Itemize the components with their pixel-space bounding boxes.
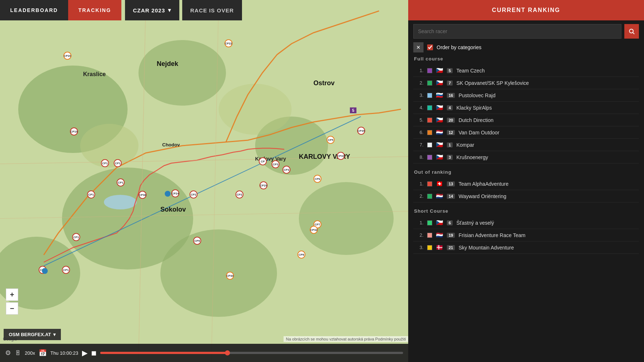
rank-flag: 🇨🇿 <box>436 141 443 148</box>
rank-bib: 5 <box>447 68 453 73</box>
cp-marker-cp9[interactable]: CP9 <box>193 237 201 245</box>
cp-marker-cp3b[interactable]: CP3 <box>282 166 290 174</box>
cp-marker-cp8[interactable]: CP8 <box>297 251 305 259</box>
rank-item[interactable]: 2. 🇳🇱 14 Wayward Oriëntering <box>413 190 639 202</box>
rank-number: 3. <box>415 245 424 250</box>
rank-color-box <box>427 93 432 98</box>
rank-number: 1. <box>415 220 424 225</box>
blue-dot-marker[interactable] <box>165 191 171 197</box>
rank-color-box <box>427 118 432 123</box>
chevron-down-icon-osm: ▾ <box>53 332 56 337</box>
cp-marker-cp6[interactable]: CP6 <box>313 175 321 183</box>
cp-marker-cp24[interactable]: CP24 <box>171 189 179 197</box>
cp-marker-cp3[interactable]: CP3 <box>272 160 280 168</box>
rank-item[interactable]: 6. 🇳🇱 12 Van Dam Outdoor <box>413 126 639 139</box>
cp-marker-cp3c[interactable]: CP33 <box>337 152 345 160</box>
full-course-title: Full course <box>413 56 639 62</box>
play-button[interactable]: ▶ <box>82 349 87 357</box>
rank-item[interactable]: 5. 🇨🇿 20 Dutch Direction <box>413 114 639 126</box>
zoom-out-button[interactable]: − <box>6 302 18 315</box>
rank-name: Sky Mountain Adventure <box>458 245 514 251</box>
leaderboard-button[interactable]: LEADERBOARD <box>0 0 68 20</box>
race-status-button[interactable]: RACE IS OVER <box>182 0 242 20</box>
blue-dot-marker2[interactable] <box>42 268 48 274</box>
cp-marker-cp2c[interactable]: CP2 <box>235 190 243 198</box>
cp-marker-cp29[interactable]: CP29 <box>259 181 268 189</box>
cp-marker-cp1b[interactable]: CP1 <box>114 159 122 167</box>
cp-marker-cp1a[interactable]: CP1 <box>101 159 109 167</box>
rank-color-box <box>427 181 432 186</box>
map-container[interactable]: LEADERBOARD TRACKING CZAR 2023 ▾ RACE IS… <box>0 0 408 362</box>
cp-marker-cp19[interactable]: CP19 <box>70 127 78 135</box>
rank-name: Klacky SpirAlps <box>456 105 492 111</box>
rank-name: Kompar <box>456 142 474 148</box>
order-by-categories-checkbox[interactable] <box>427 44 433 50</box>
full-course-items: 1. 🇨🇿 5 Team Czech 2. 🇨🇿 7 SK Opavanet/S… <box>413 64 639 164</box>
osm-provider-button[interactable]: OSM BERGFEX.AT ▾ <box>4 329 61 340</box>
search-input[interactable] <box>413 24 621 39</box>
rank-color-box <box>427 105 432 110</box>
rank-name: SK Opavanet/SK SP Kylešovice <box>456 80 529 86</box>
cp-marker-cp1d[interactable]: CP1 <box>87 190 95 198</box>
rank-number: 2. <box>415 232 424 238</box>
filter-close-button[interactable]: ✕ <box>413 42 424 52</box>
cp-marker-cp20[interactable]: CP20 <box>63 52 71 60</box>
progress-bar[interactable] <box>100 352 403 354</box>
cp-marker-cp35[interactable]: CP35 <box>357 127 365 135</box>
rank-number: 5. <box>415 117 424 123</box>
rank-item[interactable]: 8. 🇨🇿 3 Krušnoenergy <box>413 151 639 164</box>
rank-name: Van Dam Outdoor <box>458 130 499 135</box>
cp-marker-cp1e[interactable]: CP1 <box>72 233 80 241</box>
rank-number: 1. <box>415 68 424 73</box>
cp-marker-cp1c[interactable]: CP1 <box>117 178 125 186</box>
rank-item[interactable]: 2. 🇨🇿 7 SK Opavanet/SK SP Kylešovice <box>413 77 639 89</box>
rank-item[interactable]: 2. 🇳🇱 19 Frisian Adventure Race Team <box>413 229 639 241</box>
rank-flag: 🇳🇱 <box>436 129 443 136</box>
rank-number: 4. <box>415 105 424 110</box>
filter-icon[interactable]: 🎚 <box>15 349 21 357</box>
cp-marker-cp5[interactable]: CP5 <box>327 136 335 144</box>
cp-marker-cp32[interactable]: CP32 <box>310 226 318 234</box>
rank-item[interactable]: 1. 🇨🇿 6 Šťastný a veselý <box>413 217 639 229</box>
rank-item[interactable]: 3. 🇩🇰 21 Sky Mountain Adventure <box>413 241 639 254</box>
czar-label: CZAR 2023 <box>133 7 165 13</box>
stop-button[interactable]: ◼ <box>91 349 97 357</box>
playback-speed[interactable]: 200x <box>25 350 35 356</box>
zoom-controls: + − <box>6 288 18 315</box>
cp-marker-cp2[interactable]: CP <box>259 157 267 165</box>
out-of-ranking-section: Out of ranking 1. 🇨🇭 13 Team AlphaAdvent… <box>413 169 639 202</box>
settings-icon[interactable]: ⚙ <box>5 349 11 357</box>
cp-marker-cp38[interactable]: CP38 <box>138 191 147 199</box>
rank-bib: 12 <box>447 130 455 135</box>
cp-marker-cp22[interactable]: CP22 <box>225 39 233 47</box>
cp-marker-cp30[interactable]: CP30 <box>226 272 234 280</box>
progress-fill <box>100 352 227 354</box>
rank-item[interactable]: 7. 🇨🇿 1 Kompar <box>413 139 639 151</box>
rank-name: Frisian Adventure Race Team <box>458 232 525 238</box>
rank-name: Team AlphaAdventure <box>458 181 508 187</box>
rank-color-box <box>427 245 432 250</box>
rank-item[interactable]: 1. 🇨🇿 5 Team Czech <box>413 64 639 77</box>
svg-point-16 <box>629 29 633 33</box>
rank-item[interactable]: 4. 🇨🇿 4 Klacky SpirAlps <box>413 102 639 114</box>
zoom-in-button[interactable]: + <box>6 288 18 301</box>
rank-item[interactable]: 1. 🇨🇭 13 Team AlphaAdventure <box>413 178 639 190</box>
osm-label: OSM BERGFEX.AT <box>9 332 51 337</box>
rank-flag: 🇳🇱 <box>436 193 443 200</box>
cp-marker-cp1g[interactable]: CP1 <box>62 266 70 274</box>
rank-bib: 13 <box>447 181 455 186</box>
rank-item[interactable]: 3. 🇸🇮 16 Pustolovec Rajd <box>413 89 639 102</box>
rank-bib: 14 <box>447 194 455 199</box>
tracking-button[interactable]: TRACKING <box>68 0 121 20</box>
rank-bib: 20 <box>447 118 455 123</box>
svg-point-2 <box>138 40 226 106</box>
rank-bib: 7 <box>447 80 453 86</box>
search-button[interactable] <box>624 24 639 39</box>
rank-color-box <box>427 142 432 147</box>
ranking-list[interactable]: Full course 1. 🇨🇿 5 Team Czech 2. 🇨🇿 7 S… <box>408 56 644 362</box>
rank-flag: 🇸🇮 <box>436 92 443 99</box>
cp-marker-cp2b[interactable]: CP2 <box>190 190 198 198</box>
progress-thumb[interactable] <box>225 350 230 355</box>
czar-dropdown-button[interactable]: CZAR 2023 ▾ <box>125 0 179 20</box>
team-marker-5[interactable]: 5 <box>350 107 356 113</box>
